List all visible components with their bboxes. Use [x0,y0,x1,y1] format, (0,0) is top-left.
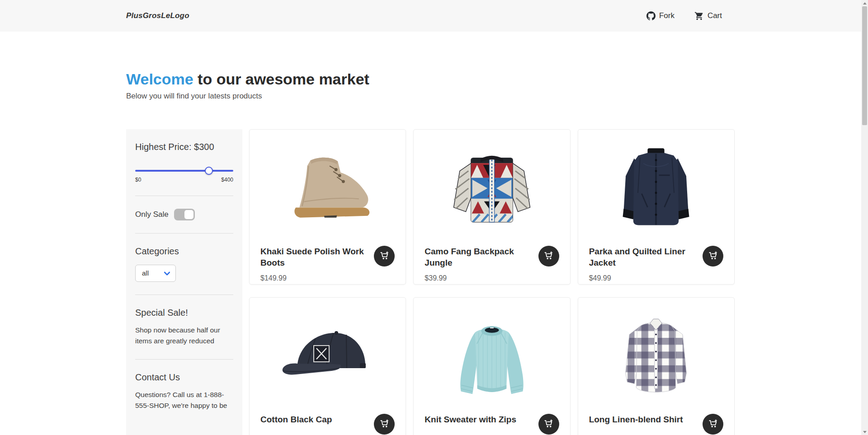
highest-price-label: Highest Price: $300 [135,142,233,152]
product-price: $49.99 [589,274,723,282]
cart-icon [694,11,704,21]
nav-cart-link[interactable]: Cart [694,11,722,21]
special-sale-heading: Special Sale! [135,308,233,318]
scrollbar-thumb[interactable] [862,6,867,125]
product-title: Khaki Suede Polish Work Boots [260,246,368,269]
product-card: Khaki Suede Polish Work Boots $149.99 [249,129,406,285]
scrollbar-up-arrow[interactable] [861,0,868,6]
github-icon [646,11,656,20]
add-to-cart-button[interactable] [703,414,723,435]
scrollbar-down-arrow[interactable] [861,429,868,435]
product-card: Cotton Black Cap $12.99 [249,297,406,435]
page-title-rest: to our awesome market [198,70,369,88]
product-title: Long Linen-blend Shirt [589,414,697,426]
add-to-cart-button[interactable] [374,414,395,435]
brand-logo[interactable]: PlusGrosLeLogo [126,11,189,20]
price-slider [135,167,233,175]
toggle-knob [184,210,193,219]
divider [135,196,233,196]
product-image-black-cap [260,309,395,401]
product-title: Cotton Black Cap [260,414,368,426]
page-scrollbar [861,0,868,435]
product-card: Long Linen-blend Shirt $18.99 [578,297,735,435]
nav-links: Fork Cart [646,11,735,21]
add-to-cart-button[interactable] [538,414,559,435]
product-card: Knit Sweater with Zips $29.99 [413,297,570,435]
product-price: $39.99 [425,274,559,282]
categories-selected-value: all [142,269,149,277]
product-card: Camo Fang Backpack Jungle $39.99 [413,129,570,285]
product-image-knit-sweater [425,309,559,401]
product-title: Camo Fang Backpack Jungle [425,246,533,269]
price-min-label: $0 [135,177,141,183]
cart-plus-icon [708,250,718,262]
cart-plus-icon [543,418,554,430]
hero: Welcome to our awesome market Below you … [126,70,735,101]
add-to-cart-button[interactable] [703,246,723,267]
nav-fork-link[interactable]: Fork [646,11,675,20]
divider [135,233,233,234]
product-image-khaki-boots [260,140,395,233]
page-title: Welcome to our awesome market [126,70,735,89]
page-subtitle: Below you will find your latests product… [126,92,735,101]
divider [135,295,233,295]
page-title-highlight: Welcome [126,70,193,88]
price-max-label: $400 [221,177,233,183]
special-sale-text: Shop now because half our items are grea… [135,325,233,346]
price-slider-labels: $0 $400 [135,177,233,183]
chevron-down-icon [164,269,170,277]
product-card: Parka and Quilted Liner Jacket $49.99 [578,129,735,285]
product-grid: Khaki Suede Polish Work Boots $149.99 [249,129,735,435]
cart-plus-icon [543,250,554,262]
price-slider-rail[interactable] [135,170,233,172]
cart-plus-icon [379,418,390,430]
navbar: PlusGrosLeLogo Fork Cart [0,0,868,32]
product-title: Knit Sweater with Zips [425,414,533,426]
nav-fork-label: Fork [659,11,675,20]
add-to-cart-button[interactable] [374,246,395,267]
product-image-parka-jacket [589,140,723,233]
cart-plus-icon [708,418,718,430]
categories-select[interactable]: all [135,265,176,282]
contact-us-heading: Contact Us [135,372,233,383]
filters-sidebar: Highest Price: $300 $0 $400 Only Sale Ca… [126,129,242,435]
product-price: $149.99 [260,274,395,282]
product-image-plaid-shirt [589,309,723,401]
only-sale-row: Only Sale [135,209,233,220]
only-sale-toggle[interactable] [174,209,195,220]
only-sale-label: Only Sale [135,210,169,219]
add-to-cart-button[interactable] [538,246,559,267]
product-title: Parka and Quilted Liner Jacket [589,246,697,269]
divider [135,359,233,360]
price-slider-thumb[interactable] [205,167,213,175]
contact-us-text: Questions? Call us at 1-888-555-SHOP, we… [135,389,233,411]
product-image-camo-jacket [425,140,559,233]
cart-plus-icon [379,250,390,262]
nav-cart-label: Cart [708,11,722,20]
categories-heading: Categories [135,246,233,257]
